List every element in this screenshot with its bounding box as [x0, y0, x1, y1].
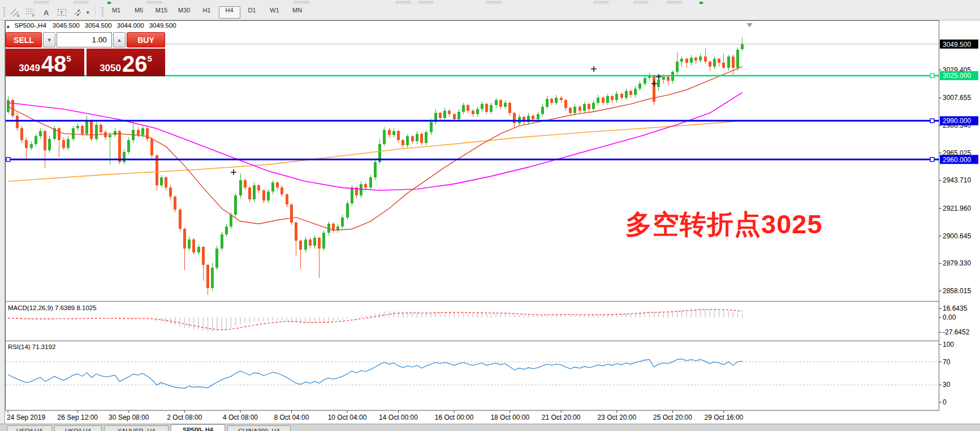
price-tick-label: 2858.015: [943, 287, 971, 295]
rsi-indicator-label: RSI(14) 71.3192: [8, 343, 55, 350]
price-tick-label: 2943.710: [943, 176, 971, 184]
buy-price-box[interactable]: 3050265: [87, 49, 165, 76]
time-tick-label: 25 Oct 20:00: [653, 413, 692, 421]
clipped-button: [633, 1, 648, 4]
hline-price-label: 2960.000: [943, 156, 971, 164]
buy-price-fraction: 5: [147, 54, 152, 63]
arrows-tool-button[interactable]: [70, 6, 86, 19]
time-tick-label: 24 Sep 2019: [7, 413, 45, 421]
spin-up-icon: ▲: [116, 37, 122, 43]
sell-price-fraction: 5: [66, 54, 71, 63]
sell-button[interactable]: SELL: [6, 32, 42, 47]
rsi-tick-label: 30: [943, 381, 951, 389]
low-value: 3044.000: [117, 22, 144, 29]
volume-decrease-button[interactable]: ▼: [43, 32, 55, 47]
svg-text:F: F: [32, 14, 34, 18]
rsi-tick-label: 100: [943, 341, 954, 349]
clipped-button: [147, 1, 162, 4]
close-value: 3049.500: [149, 22, 176, 29]
buy-price-pips: 26: [122, 55, 148, 73]
chart-tab-ukoil-h4[interactable]: UKOil,H4: [54, 425, 102, 431]
text-label-tool-button[interactable]: T: [54, 6, 70, 19]
clipped-button: [396, 1, 411, 4]
macd-tick-label: -27.6452: [943, 328, 970, 336]
timeframe-button-h1[interactable]: H1: [196, 6, 218, 19]
fibonacci-tool-button[interactable]: F: [23, 6, 38, 19]
open-value: 3045.500: [53, 22, 80, 29]
clipped-button: [418, 1, 433, 4]
rsi-tick-label: 70: [943, 358, 951, 366]
trading-terminal: EFAT ▾ M1M5M15M30H1H4D1W1MN 3029.4053007…: [0, 0, 980, 431]
time-tick-label: 16 Oct 00:00: [435, 413, 474, 421]
timeframe-button-w1[interactable]: W1: [264, 6, 286, 19]
sell-price-box[interactable]: 3049485: [6, 49, 84, 76]
sell-price-handle: 3049: [19, 63, 40, 73]
chart-title: ▴ SP500-,H4 3045.500 3054.500 3044.000 3…: [7, 22, 176, 29]
timeframe-button-m15[interactable]: M15: [151, 6, 172, 19]
timeframe-button-mn[interactable]: MN: [287, 6, 308, 19]
toolbar-grip[interactable]: [102, 7, 103, 18]
chart-tab-bar: USOil,H4UKOil,H4XAUUSD-,H4SP500-,H4CHINA…: [0, 424, 980, 431]
chart-tab-xauusd-h4[interactable]: XAUUSD-,H4: [104, 425, 169, 431]
time-tick-label: 23 Oct 20:00: [597, 413, 636, 421]
current-price-label: 3049.500: [943, 41, 971, 49]
buy-price-handle: 3050: [100, 63, 121, 73]
clipped-button: [294, 1, 309, 4]
time-tick-label: 26 Sep 12:00: [58, 413, 98, 421]
volume-increase-button[interactable]: ▲: [113, 32, 126, 47]
text-tool-icon: A: [41, 7, 52, 18]
time-tick-label: 4 Oct 08:00: [223, 413, 258, 421]
chart-background: [5, 20, 980, 424]
buy-button[interactable]: BUY: [127, 32, 165, 47]
fibonacci-tool-icon: F: [25, 7, 36, 18]
chart-tab-sp500-h4[interactable]: SP500-,H4: [171, 424, 225, 431]
clipped-button: [74, 1, 88, 4]
timeframe-button-m1[interactable]: M1: [106, 6, 127, 19]
volume-input[interactable]: 1.00: [57, 32, 112, 47]
chart-text-annotation[interactable]: 多空转折点3025: [625, 207, 823, 242]
price-tick-label: 2879.330: [943, 259, 971, 267]
macd-indicator-label: MACD(12,26,9) 7.6389 8.1025: [8, 304, 97, 311]
price-tick-label: 3007.655: [943, 94, 971, 102]
time-tick-label: 2 Oct 08:00: [167, 413, 202, 421]
svg-text:A: A: [44, 8, 49, 17]
macd-tick-label: 16.6435: [943, 304, 968, 312]
hline-handle: [930, 73, 934, 77]
text-tool-button[interactable]: A: [38, 6, 54, 19]
chart-tab-china300-h4[interactable]: CHINA300-,H4: [227, 425, 291, 431]
timeframe-button-h4[interactable]: H4: [219, 6, 240, 19]
text-label-tool-icon: T: [57, 7, 68, 18]
chart-tab-usoil-h4[interactable]: USOil,H4: [7, 425, 52, 431]
time-tick-label: 10 Oct 04:00: [328, 413, 367, 421]
hline-handle: [6, 158, 10, 162]
time-tick-label: 18 Oct 00:00: [490, 413, 529, 421]
macd-tick-label: 0.00: [943, 314, 956, 321]
price-tick-label: 2900.645: [943, 232, 971, 240]
clipped-status-icon: [700, 2, 703, 4]
time-tick-label: 14 Oct 00:00: [379, 413, 418, 421]
arrows-dropdown-caret[interactable]: ▾: [87, 10, 89, 15]
toolbar-grip[interactable]: [3, 7, 5, 18]
hline-price-label: 3025.000: [943, 72, 971, 80]
equidistant-channel-tool-button[interactable]: E: [7, 6, 23, 19]
rsi-tick-label: 0: [943, 398, 947, 406]
timeframe-button-m30[interactable]: M30: [174, 6, 195, 19]
symbol-period-label: SP500-,H4: [15, 22, 46, 29]
arrows-tool-icon: [72, 7, 84, 18]
time-tick-label: 21 Oct 20:00: [542, 413, 581, 421]
collapse-icon[interactable]: ▴: [7, 23, 10, 29]
one-click-trade-panel: SELL ▼ 1.00 ▲ BUY 3049485 3050265: [6, 32, 165, 76]
timeframe-button-m5[interactable]: M5: [128, 6, 150, 19]
line-studies-toolbar: EFAT ▾ M1M5M15M30H1H4D1W1MN: [0, 5, 980, 20]
hline-handle: [930, 119, 934, 123]
clipped-button: [667, 1, 682, 4]
hline-handle: [930, 158, 934, 162]
clipped-button: [34, 1, 49, 4]
window-left-frame: [0, 20, 5, 431]
timeframe-button-d1[interactable]: D1: [241, 6, 263, 19]
toolbar-separator: [95, 7, 96, 18]
high-value: 3054.500: [85, 22, 112, 29]
hline-price-label: 2990.000: [943, 117, 971, 125]
time-tick-label: 8 Oct 04:00: [274, 413, 309, 421]
sell-price-pips: 48: [41, 55, 67, 73]
